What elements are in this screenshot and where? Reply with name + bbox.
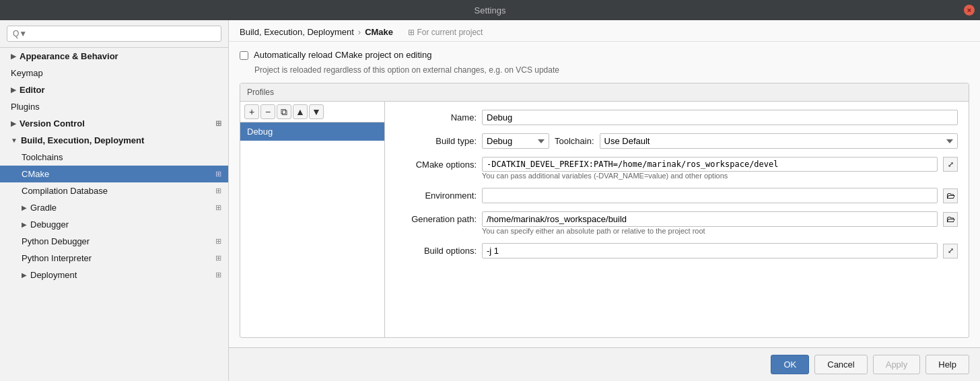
sidebar-item-pythondebugger[interactable]: Python Debugger ⊞ <box>0 233 228 250</box>
sidebar-item-pythoninterpreter[interactable]: Python Interpreter ⊞ <box>0 250 228 267</box>
auto-reload-row: Automatically reload CMake project on ed… <box>240 50 969 60</box>
generation-path-hint: You can specify either an absolute path … <box>482 227 958 235</box>
copy-profile-button[interactable]: ⧉ <box>277 104 291 119</box>
sync-icon-gradle: ⊞ <box>215 203 221 212</box>
toolchain-select[interactable]: Use Default <box>600 133 958 149</box>
build-options-expand-button[interactable]: ⤢ <box>943 244 958 258</box>
sidebar-item-label: Debugger <box>30 219 69 230</box>
dialog-title: Settings <box>475 5 506 15</box>
help-button[interactable]: Help <box>925 355 969 374</box>
breadcrumb: Build, Execution, Deployment › CMake ⊞ F… <box>229 20 980 42</box>
sidebar-item-label: Compilation Database <box>22 186 108 196</box>
generation-path-input[interactable] <box>482 211 938 227</box>
sidebar-item-buildexecution[interactable]: ▼ Build, Execution, Deployment <box>0 132 228 149</box>
main-content: ▶ Appearance & Behavior Keymap ▶ Editor … <box>0 20 980 381</box>
generation-path-label: Generation path: <box>396 214 477 224</box>
remove-profile-button[interactable]: − <box>260 104 275 119</box>
sidebar-item-keymap[interactable]: Keymap <box>0 65 228 81</box>
profile-item-debug[interactable]: Debug <box>240 123 384 141</box>
environment-folder-button[interactable]: 🗁 <box>943 188 958 203</box>
expand-arrow-debugger: ▶ <box>22 221 27 228</box>
environment-input[interactable] <box>482 188 938 203</box>
breadcrumb-separator: › <box>358 27 361 37</box>
settings-panel: Automatically reload CMake project on ed… <box>229 42 980 347</box>
name-input[interactable] <box>482 110 958 125</box>
cmake-options-label: CMake options: <box>396 160 477 170</box>
sidebar-item-label: Version Control <box>20 118 85 129</box>
cmake-options-row: CMake options: ⤢ <box>396 157 958 172</box>
close-button[interactable]: × <box>964 5 975 15</box>
sidebar-item-label: Gradle <box>30 203 57 213</box>
generation-path-folder-button[interactable]: 🗁 <box>943 212 958 227</box>
auto-reload-checkbox[interactable] <box>240 51 248 60</box>
sidebar-item-label: CMake <box>22 169 49 179</box>
sidebar-item-label: Editor <box>20 85 45 95</box>
sync-icon-cmake: ⊞ <box>215 170 221 178</box>
auto-reload-hint: Project is reloaded regardless of this o… <box>254 65 969 75</box>
sync-icon-pythoninterpreter: ⊞ <box>215 254 221 263</box>
expand-arrow-editor: ▶ <box>11 86 16 94</box>
environment-row: Environment: 🗁 <box>396 188 958 203</box>
sidebar-item-label: Python Interpreter <box>22 253 92 263</box>
buildtype-row: Build type: Debug Toolchain: Use Default <box>396 133 958 149</box>
sidebar-item-versioncontrol[interactable]: ▶ Version Control ⊞ <box>0 115 228 132</box>
sync-icon-versioncontrol: ⊞ <box>215 119 221 128</box>
sidebar-item-label: Python Debugger <box>22 236 90 246</box>
add-profile-button[interactable]: + <box>244 104 259 119</box>
profiles-header: Profiles <box>240 83 969 102</box>
search-box <box>0 20 228 48</box>
ok-button[interactable]: OK <box>771 355 809 374</box>
auto-reload-label[interactable]: Automatically reload CMake project on ed… <box>254 50 431 60</box>
sidebar-item-label: Appearance & Behavior <box>20 51 118 61</box>
sidebar-item-editor[interactable]: ▶ Editor <box>0 81 228 98</box>
name-label: Name: <box>396 112 477 123</box>
expand-arrow-gradle: ▶ <box>22 204 27 211</box>
sidebar-item-label: Deployment <box>30 270 77 280</box>
sidebar-item-label: Toolchains <box>22 152 63 162</box>
content-area: Build, Execution, Deployment › CMake ⊞ F… <box>229 20 980 381</box>
environment-label: Environment: <box>396 190 477 201</box>
sidebar-item-debugger[interactable]: ▶ Debugger <box>0 216 228 233</box>
apply-button[interactable]: Apply <box>873 355 921 374</box>
sync-icon-compilationdb: ⊞ <box>215 186 221 195</box>
buildtype-label: Build type: <box>396 136 477 146</box>
profiles-toolbar: + − ⧉ ▲ ▼ <box>240 102 384 123</box>
expand-arrow-versioncontrol: ▶ <box>11 120 16 127</box>
sidebar-item-gradle[interactable]: ▶ Gradle ⊞ <box>0 199 228 216</box>
sidebar-nav: ▶ Appearance & Behavior Keymap ▶ Editor … <box>0 48 228 381</box>
move-up-button[interactable]: ▲ <box>293 104 308 119</box>
generation-path-row: Generation path: 🗁 <box>396 211 958 227</box>
build-options-label: Build options: <box>396 246 477 256</box>
sidebar-item-toolchains[interactable]: Toolchains <box>0 149 228 166</box>
cancel-button[interactable]: Cancel <box>814 355 867 374</box>
generation-path-section: Generation path: 🗁 You can specify eithe… <box>396 211 958 235</box>
expand-arrow-buildexecution: ▼ <box>11 137 18 144</box>
sync-icon-pythondebugger: ⊞ <box>215 237 221 246</box>
expand-arrow-deployment: ▶ <box>22 271 27 279</box>
search-input[interactable] <box>7 26 221 42</box>
sidebar-item-label: Build, Execution, Deployment <box>21 135 144 145</box>
footer: OK Cancel Apply Help <box>229 347 980 381</box>
cmake-options-hint: You can pass additional variables (-DVAR… <box>482 172 958 180</box>
sidebar-item-plugins[interactable]: Plugins <box>0 98 228 115</box>
name-row: Name: <box>396 110 958 125</box>
sidebar-item-label: Plugins <box>11 102 40 112</box>
build-type-select[interactable]: Debug <box>482 133 549 149</box>
sidebar-item-deployment[interactable]: ▶ Deployment ⊞ <box>0 267 228 283</box>
cmake-options-expand-button[interactable]: ⤢ <box>943 157 958 172</box>
cmake-options-input[interactable] <box>482 157 938 172</box>
build-options-input[interactable] <box>482 243 938 258</box>
sync-icon-deployment: ⊞ <box>215 271 221 279</box>
breadcrumb-parent: Build, Execution, Deployment <box>240 27 354 37</box>
cmake-options-section: CMake options: ⤢ You can pass additional… <box>396 157 958 180</box>
sidebar-item-compilationdb[interactable]: Compilation Database ⊞ <box>0 182 228 199</box>
profiles-list: + − ⧉ ▲ ▼ Debug <box>240 102 385 337</box>
move-down-button[interactable]: ▼ <box>309 104 324 119</box>
expand-arrow-appearance: ▶ <box>11 53 16 60</box>
profiles-detail: Name: Build type: Debug Toolchain: Use D… <box>385 102 969 337</box>
sidebar-item-appearance[interactable]: ▶ Appearance & Behavior <box>0 48 228 65</box>
sidebar: ▶ Appearance & Behavior Keymap ▶ Editor … <box>0 20 229 381</box>
project-note: ⊞ For current project <box>408 28 483 37</box>
build-options-row: Build options: ⤢ <box>396 243 958 258</box>
sidebar-item-cmake[interactable]: CMake ⊞ <box>0 166 228 182</box>
